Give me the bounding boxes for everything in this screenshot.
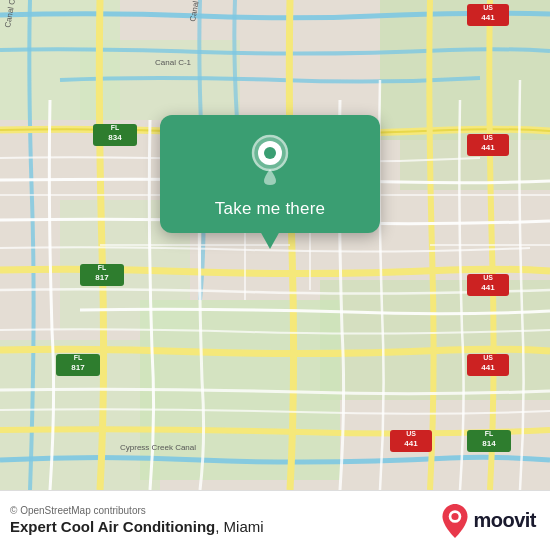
svg-text:441: 441 bbox=[481, 283, 495, 292]
take-me-there-label: Take me there bbox=[215, 199, 325, 219]
svg-point-45 bbox=[452, 512, 459, 519]
svg-text:Cypress Creek Canal: Cypress Creek Canal bbox=[120, 443, 196, 452]
svg-text:814: 814 bbox=[482, 439, 496, 448]
svg-text:FL: FL bbox=[485, 430, 494, 437]
svg-text:US: US bbox=[483, 354, 493, 361]
svg-text:441: 441 bbox=[481, 363, 495, 372]
svg-text:817: 817 bbox=[71, 363, 85, 372]
map-container: US 441 US 441 US 441 US 441 US 441 FL 83… bbox=[0, 0, 550, 490]
svg-text:FL: FL bbox=[74, 354, 83, 361]
bottom-bar: © OpenStreetMap contributors Expert Cool… bbox=[0, 490, 550, 550]
svg-text:441: 441 bbox=[404, 439, 418, 448]
svg-text:US: US bbox=[483, 134, 493, 141]
moovit-pin-icon bbox=[441, 504, 469, 538]
place-city: , Miami bbox=[215, 518, 263, 535]
svg-text:441: 441 bbox=[481, 143, 495, 152]
svg-rect-3 bbox=[380, 0, 550, 140]
svg-text:Canal C-1: Canal C-1 bbox=[155, 58, 192, 67]
take-me-there-popup[interactable]: Take me there bbox=[160, 115, 380, 233]
svg-text:US: US bbox=[406, 430, 416, 437]
place-info: © OpenStreetMap contributors Expert Cool… bbox=[10, 505, 264, 536]
svg-text:FL: FL bbox=[98, 264, 107, 271]
moovit-text: moovit bbox=[473, 509, 536, 532]
svg-text:US: US bbox=[483, 4, 493, 11]
location-pin-icon bbox=[248, 133, 292, 189]
svg-text:441: 441 bbox=[481, 13, 495, 22]
moovit-logo: moovit bbox=[441, 504, 536, 538]
svg-text:US: US bbox=[483, 274, 493, 281]
osm-attribution: © OpenStreetMap contributors bbox=[10, 505, 264, 516]
svg-text:817: 817 bbox=[95, 273, 109, 282]
place-name: Expert Cool Air Conditioning bbox=[10, 518, 215, 535]
svg-text:FL: FL bbox=[111, 124, 120, 131]
svg-point-42 bbox=[264, 147, 276, 159]
svg-text:834: 834 bbox=[108, 133, 122, 142]
